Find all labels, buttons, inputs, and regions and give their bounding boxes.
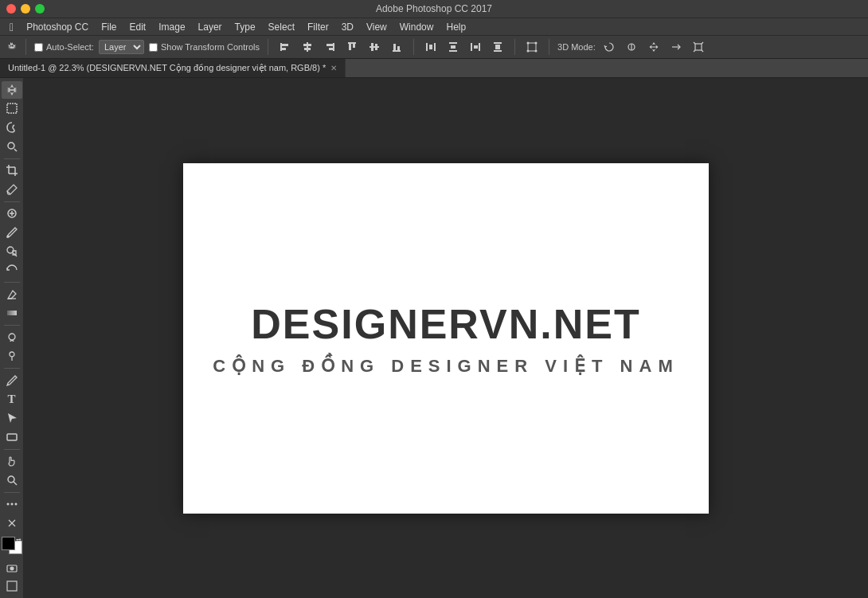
align-left-button[interactable] xyxy=(276,38,294,56)
distribute-left-button[interactable] xyxy=(467,38,484,56)
distribute-v-button[interactable] xyxy=(444,38,462,56)
distribute-h-button[interactable] xyxy=(422,38,440,56)
menu-type[interactable]: Type xyxy=(229,20,262,34)
svg-rect-20 xyxy=(434,43,436,51)
history-tool-btn[interactable] xyxy=(2,261,22,279)
svg-rect-46 xyxy=(7,104,17,113)
marquee-tool-btn[interactable] xyxy=(2,100,22,118)
3d-scale-button[interactable] xyxy=(690,38,707,56)
3d-mode-label: 3D Mode: xyxy=(557,42,596,52)
svg-point-63 xyxy=(10,352,14,357)
move-tool-btn[interactable] xyxy=(2,81,22,99)
hand-tool-btn[interactable] xyxy=(2,453,22,471)
foreground-color[interactable] xyxy=(2,537,15,550)
maximize-button[interactable] xyxy=(35,4,45,14)
canvas-area: DESIGNERVN.NET CỘNG ĐỒNG DESIGNER VIỆT N… xyxy=(24,78,868,598)
type-tool-btn[interactable]: T xyxy=(2,391,22,408)
transform-checkbox[interactable] xyxy=(149,43,158,52)
3d-rotate-button[interactable] xyxy=(600,38,618,56)
quick-mask-btn[interactable] xyxy=(2,559,22,577)
svg-line-41 xyxy=(694,42,695,44)
tool-divider-7 xyxy=(4,492,20,493)
clone-tool-btn[interactable] xyxy=(2,243,22,260)
svg-rect-5 xyxy=(303,44,311,46)
minimize-button[interactable] xyxy=(21,4,30,14)
svg-rect-1 xyxy=(280,43,282,51)
tool-divider-2 xyxy=(4,201,20,202)
svg-point-68 xyxy=(8,476,14,483)
auto-select-checkbox[interactable] xyxy=(34,43,43,52)
menu-3d[interactable]: 3D xyxy=(335,20,360,34)
extra-tools-btn[interactable] xyxy=(2,514,22,532)
distribute-right-button[interactable] xyxy=(489,38,506,56)
quick-select-tool-btn[interactable] xyxy=(2,138,22,155)
menu-window[interactable]: Window xyxy=(393,20,440,34)
menu-view[interactable]: View xyxy=(360,20,393,34)
gradient-tool-btn[interactable] xyxy=(2,305,22,322)
menu-photoshop[interactable]: Photoshop CC xyxy=(20,20,95,34)
svg-point-62 xyxy=(9,334,15,340)
svg-rect-9 xyxy=(329,48,333,50)
blur-tool-btn[interactable] xyxy=(2,329,22,346)
more-tools-btn[interactable] xyxy=(2,496,22,514)
menu-filter[interactable]: Filter xyxy=(301,20,335,34)
color-indicator[interactable]: ⇄ xyxy=(2,537,22,554)
menu-bar:  Photoshop CC File Edit Image Layer Typ… xyxy=(0,18,868,35)
auto-select-dropdown[interactable]: Layer Group xyxy=(99,40,144,54)
apple-menu[interactable]:  xyxy=(3,21,20,33)
transform-button[interactable] xyxy=(523,38,541,56)
3d-pan-button[interactable] xyxy=(645,38,663,56)
align-center-h-button[interactable] xyxy=(299,38,316,56)
svg-rect-21 xyxy=(429,45,432,49)
auto-select-label: Auto-Select: xyxy=(34,42,94,52)
healing-tool-btn[interactable] xyxy=(2,205,22,223)
menu-image[interactable]: Image xyxy=(152,20,191,34)
svg-point-76 xyxy=(10,567,14,570)
brush-tool-btn[interactable] xyxy=(2,224,22,241)
doc-tab-close[interactable]: ✕ xyxy=(330,64,337,72)
align-right-button[interactable] xyxy=(321,38,338,56)
window-controls[interactable] xyxy=(6,4,45,14)
eyedropper-tool-btn[interactable] xyxy=(2,181,22,198)
shape-tool-btn[interactable] xyxy=(2,428,22,446)
menu-select[interactable]: Select xyxy=(262,20,301,34)
canvas-wrapper: DESIGNERVN.NET CỘNG ĐỒNG DESIGNER VIỆT N… xyxy=(183,163,709,514)
pen-tool-btn[interactable] xyxy=(2,372,22,389)
svg-rect-17 xyxy=(393,44,396,50)
align-center-v-button[interactable] xyxy=(366,38,383,56)
close-button[interactable] xyxy=(6,4,16,14)
svg-marker-66 xyxy=(8,413,17,423)
svg-rect-23 xyxy=(449,50,457,52)
menu-file[interactable]: File xyxy=(95,20,123,34)
tool-divider-6 xyxy=(4,449,20,450)
svg-rect-25 xyxy=(471,43,472,51)
svg-rect-18 xyxy=(397,46,400,50)
svg-rect-67 xyxy=(7,434,17,440)
svg-point-58 xyxy=(6,235,9,237)
zoom-tool-btn[interactable] xyxy=(2,471,22,489)
dodge-tool-btn[interactable] xyxy=(2,348,22,365)
svg-rect-14 xyxy=(371,43,373,51)
screen-mode-btn[interactable] xyxy=(2,577,22,595)
svg-line-43 xyxy=(694,50,695,52)
canvas-text-sub: CỘNG ĐỒNG DESIGNER VIỆT NAM xyxy=(213,356,678,377)
color-swap-icon[interactable]: ⇄ xyxy=(16,537,22,543)
3d-roll-button[interactable] xyxy=(623,38,640,56)
opt-divider-1 xyxy=(25,39,26,55)
document-tab[interactable]: Untitled-1 @ 22.3% (DESIGNERVN.NET Cộng … xyxy=(0,59,346,77)
svg-rect-2 xyxy=(282,44,288,46)
menu-edit[interactable]: Edit xyxy=(123,20,153,34)
menu-layer[interactable]: Layer xyxy=(192,20,229,34)
svg-rect-16 xyxy=(393,50,401,52)
svg-point-33 xyxy=(535,42,538,45)
align-top-button[interactable] xyxy=(343,38,361,56)
menu-help[interactable]: Help xyxy=(440,20,472,34)
svg-marker-0 xyxy=(8,42,17,49)
eraser-tool-btn[interactable] xyxy=(2,286,22,303)
3d-slide-button[interactable] xyxy=(667,38,685,56)
align-bottom-button[interactable] xyxy=(388,38,405,56)
tool-divider-5 xyxy=(4,368,20,369)
path-select-tool-btn[interactable] xyxy=(2,409,22,427)
lasso-tool-btn[interactable] xyxy=(2,119,22,136)
crop-tool-btn[interactable] xyxy=(2,162,22,179)
